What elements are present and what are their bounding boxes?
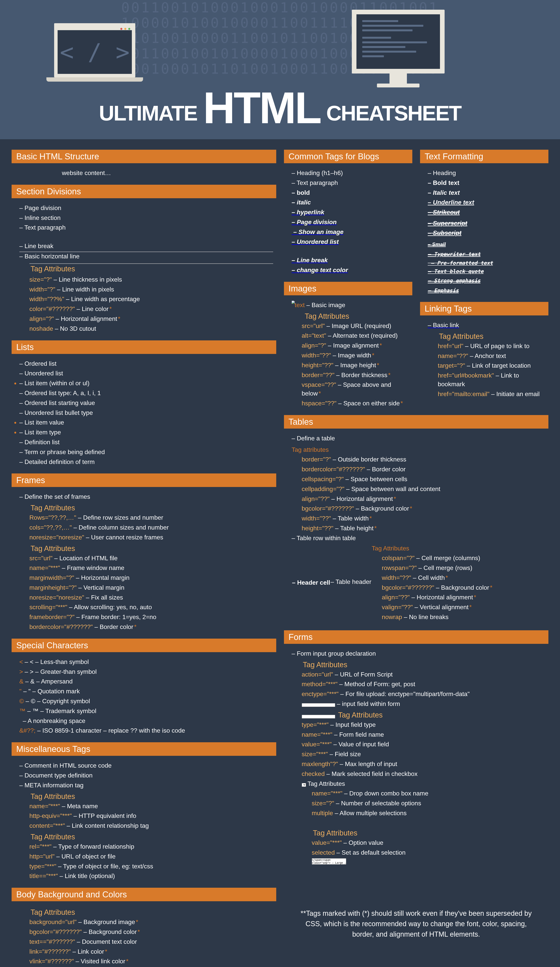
tag-attr-header: Tag Attributes (19, 908, 273, 916)
code-line: vspace="??" – Space above and below* (302, 380, 409, 398)
code-line: border="??" – Border thickness* (302, 371, 409, 380)
code-line: website content… (19, 168, 273, 177)
code-line: – Typewriter text (428, 249, 545, 258)
code-line: href="mailto:email" – Initiate an email (438, 390, 545, 398)
code-line: " – " – Quotation mark (19, 687, 273, 696)
code-line: < – < – Less-than symbol (19, 658, 273, 666)
code-line: bordercolor="#??????" – Border color (302, 465, 545, 474)
section-body-forms: – Form input group declaration Tag Attri… (284, 647, 548, 870)
code-line: – Basic image (292, 301, 409, 309)
section-body-frames: – Define the set of frames Tag Attribute… (12, 490, 276, 634)
tag-attr-header: Tag Attributes (19, 545, 273, 553)
code-line: method="***" – Method of Form: get, post (302, 680, 545, 688)
code-line: – Unordered list (292, 238, 409, 246)
code-line: – Emphasis (428, 286, 545, 295)
section-title-common_blog: Common Tags for Blogs (284, 150, 412, 163)
code-line: ™ – ™ – Trademark symbol (19, 707, 273, 715)
code-line: – Heading (428, 168, 545, 177)
code-line: > – > – Greater-than symbol (19, 667, 273, 676)
code-line: – input field within form (302, 700, 545, 708)
code-line: – Ordered list (19, 359, 273, 368)
code-line: – italic (292, 198, 409, 207)
code-line: width="?" – Line width in pixels (30, 285, 273, 294)
code-line: scrolling="***" – Allow scrolling: yes, … (30, 603, 273, 612)
code-line: – Italic text (428, 188, 545, 197)
code-line: Rows="??,??,…" – Define row sizes and nu… (30, 513, 273, 522)
code-line: &#??; – ISO 8859-1 character – replace ?… (19, 726, 273, 735)
code-line: – change text color (292, 266, 409, 274)
code-line: name="??" – Anchor text (438, 351, 545, 360)
section-title-basic_structure: Basic HTML Structure (12, 150, 276, 163)
section-title-body_bg: Body Background and Colors (12, 888, 276, 901)
code-line: – Text block quote (428, 268, 545, 275)
code-line: checked – Mark selected field in checkbo… (302, 769, 545, 778)
section-body-body_bg: Tag Attributesbackground="url" – Backgro… (12, 904, 276, 967)
section-title-lists: Lists (12, 340, 276, 354)
code-line: text=="#??????" – Document text color (30, 937, 273, 946)
code-line: marginwidth="?" – Horizontal margin (30, 573, 273, 582)
code-line: – List item value (19, 418, 273, 427)
header: 00110010100010001001000011001001 1000010… (0, 0, 560, 139)
code-line: – Pre-formatted text (428, 259, 545, 267)
tag-attr-header: Tag Attributes (19, 792, 273, 801)
code-line: size="***" – Field size (302, 750, 545, 759)
code-line: width="??" – Image width* (302, 351, 409, 360)
code-line: type="***" – Input field type (302, 720, 545, 729)
section-body-section_divisions: – Page division – Inline section – Text … (12, 201, 276, 336)
code-line: bordercolor="#??????" – Border color* (30, 622, 273, 631)
code-line: – hyperlink (292, 208, 409, 216)
code-line: bgcolor="#??????" – Background color* (30, 927, 273, 936)
code-line: – Form input group declaration (292, 649, 545, 658)
section-title-text_formatting: Text Formatting (420, 150, 548, 163)
code-line: – Define the set of frames (19, 492, 273, 501)
code-line: background="url" – Background image* (30, 917, 273, 926)
code-line: noresize="noresize" – Fix all sizes (30, 593, 273, 602)
code-line: width="??%" – Line width as percentage (30, 295, 273, 304)
code-line: frameborder="?" – Frame border: 1=yes, 2… (30, 613, 273, 621)
code-line: selected – Set as default selection (312, 848, 545, 857)
code-line: – A nonbreaking space (19, 716, 273, 725)
code-line: height="??" – Table height* (302, 524, 545, 533)
code-line: – List item (within ol or ul) (19, 379, 273, 388)
section-title-frames: Frames (12, 474, 276, 487)
code-line: – Ordered list starting value (19, 399, 273, 407)
code-line: rowspan="?" – Cell merge (rows) (382, 564, 492, 572)
code-line: name="***" – Form field name (302, 730, 545, 739)
section-title-section_divisions: Section Divisions (12, 185, 276, 198)
code-line: – Comment in HTML source code (19, 761, 273, 770)
code-line: value="***" – Value of input field (302, 740, 545, 749)
code-line: colspan="?" – Cell merge (columns) (382, 554, 492, 563)
tag-attr-header: Tag Attributes (19, 263, 273, 274)
code-line: width="??" – Table width* (302, 514, 545, 523)
code-line: – Define a table Tag attributesborder="?… (292, 434, 545, 623)
tag-attr-header: Tag Attributes (292, 661, 545, 669)
code-line: – Select from drop down list Tag Attribu… (302, 779, 545, 788)
column-left: Basic HTML Structure</span><span>website… (12, 145, 276, 967)
section-body-lists: – Ordered list – Unordered list – List i… (12, 356, 276, 469)
code-line: – Subscript (428, 229, 545, 238)
section-title-linking: Linking Tags (420, 302, 548, 315)
laptop-base (46, 78, 143, 82)
section-title-tables: Tables (284, 415, 548, 429)
code-line: vlink="#??????" – Visited link color* (30, 957, 273, 965)
code-line: align="?" – Image alignment* (302, 341, 409, 350)
code-line: – Page division – Inline section – Text … (19, 204, 273, 333)
code-line: href="url" – URL of page to link to (438, 342, 545, 350)
code-line: – Detailed definition of term (19, 457, 273, 466)
code-line: color="#??????" – Line color* (30, 305, 273, 313)
code-line: – Basic link (428, 321, 545, 330)
column-right: Common Tags for Blogs – Heading (h1–h6) … (284, 145, 548, 967)
code-line: content="***" – Link content relationshi… (30, 821, 273, 830)
section-body-common_blog: – Heading (h1–h6) – Text paragraph – bol… (284, 166, 412, 277)
code-line: – Document type definition (19, 771, 273, 780)
section-body-special: < – < – Less-than symbol> – > – Greater-… (12, 655, 276, 738)
code-line: – Show an image (292, 228, 409, 236)
code-line: align="?" – Horizontal alignment* (30, 315, 273, 323)
code-line: – Text paragraph (292, 178, 409, 187)
code-line: bgcolor="#??????" – Background color* (382, 583, 492, 592)
code-line: – Ordered list type: A, a, I, i, 1 (19, 389, 273, 398)
code-line: height="??" – Image height* (302, 361, 409, 370)
code-line: multiple – Allow multiple selections (312, 809, 545, 817)
code-line: size="?" – Line thickness in pixels (30, 275, 273, 284)
code-line: © – © – Copyright symbol (19, 697, 273, 706)
